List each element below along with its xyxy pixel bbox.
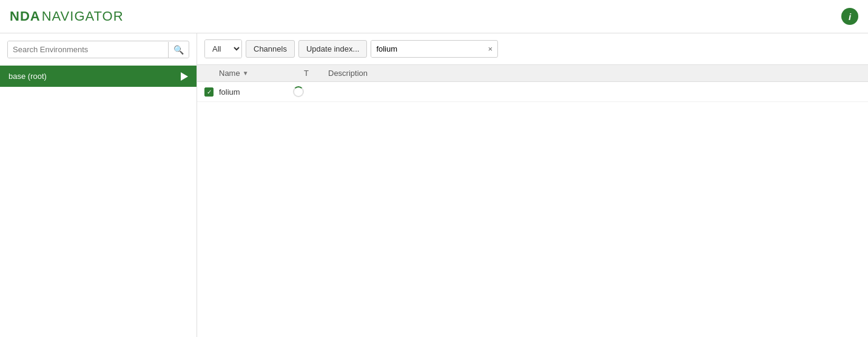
environment-inner: base (root) [8, 72, 47, 81]
toolbar: All Channels Update index... × [197, 33, 868, 65]
channels-button[interactable]: Channels [246, 40, 295, 58]
content-area: All Channels Update index... × Name ▼ T … [197, 33, 868, 337]
search-button[interactable]: 🔍 [168, 42, 189, 58]
app-logo: NDANAVIGATOR [10, 9, 124, 24]
table-header: Name ▼ T Description [197, 65, 868, 82]
filter-dropdown-wrapper: All [204, 39, 242, 58]
table-row[interactable]: ✓ folium [197, 82, 868, 102]
package-name: folium [219, 87, 293, 97]
environment-label: base (root) [8, 72, 47, 81]
package-type [293, 86, 317, 97]
logo-navigator: NAVIGATOR [42, 9, 124, 24]
clear-search-button[interactable]: × [483, 41, 497, 56]
search-input[interactable] [8, 41, 168, 58]
column-header-t: T [304, 69, 328, 78]
environment-item[interactable]: base (root) [0, 66, 197, 87]
update-index-button[interactable]: Update index... [298, 40, 367, 58]
row-checkbox-container: ✓ [204, 87, 219, 97]
logo-nda: NDA [10, 9, 41, 24]
info-button[interactable]: i [841, 8, 858, 25]
package-search-filter: × [371, 40, 498, 58]
table-body: ✓ folium [197, 82, 868, 102]
filter-dropdown[interactable]: All [205, 40, 241, 58]
sidebar: 🔍 base (root) [0, 33, 197, 337]
main-layout: 🔍 base (root) All Channels Update index.… [0, 33, 868, 337]
app-header: NDANAVIGATOR i [0, 0, 868, 33]
package-search-input[interactable] [371, 41, 483, 57]
row-checkbox[interactable]: ✓ [204, 87, 214, 97]
search-box: 🔍 [7, 41, 189, 58]
play-icon [181, 72, 188, 81]
column-header-description: Description [328, 69, 861, 78]
sort-icon: ▼ [243, 70, 249, 77]
search-container: 🔍 [0, 41, 197, 66]
column-header-name[interactable]: Name ▼ [219, 69, 304, 78]
loading-spinner [293, 86, 304, 97]
